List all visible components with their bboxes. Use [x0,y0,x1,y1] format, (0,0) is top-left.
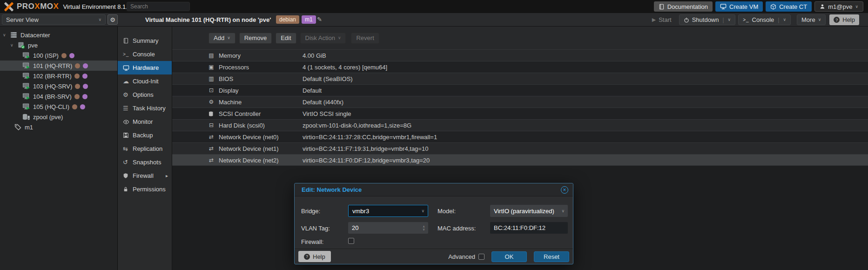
table-row-hard-disk[interactable]: ⊟ Hard Disk (scsi0) zpool:vm-101-disk-0,… [172,119,868,131]
table-row-net2[interactable]: ⇄ Network Device (net2) virtio=BC:24:11:… [172,154,868,166]
edit-button[interactable]: Edit [276,33,296,44]
menu-item-snapshots[interactable]: ↺ Snapshots [118,155,172,169]
menu-item-console[interactable]: >_ Console [118,47,172,61]
tree-item-vm-104[interactable]: 104 (BR-SRV) [0,91,117,101]
advanced-label: Advanced [448,253,475,260]
expand-caret-icon[interactable]: ∨ [3,33,10,37]
close-icon[interactable]: ✕ [561,186,568,194]
menu-item-summary[interactable]: Summary [118,34,172,47]
tag-dot-m1 [69,53,74,58]
firewall-label: Firewall: [301,238,323,245]
dialog-header[interactable]: Edit: Network Device ✕ [295,183,573,196]
lock-icon [123,186,133,192]
menu-item-hardware[interactable]: Hardware [118,61,172,74]
chevron-down-icon[interactable]: ∨ [421,209,424,213]
model-combobox[interactable]: ∨ [490,205,568,217]
model-input[interactable] [494,208,564,215]
menu-item-options[interactable]: ⚙ Options [118,88,172,101]
tag-dot-m1 [83,63,88,68]
create-ct-button[interactable]: Create CT [766,1,812,12]
eye-icon [123,119,133,125]
bridge-combobox[interactable]: ∨ [348,205,428,217]
edit-tags-pencil-icon[interactable]: ✎ [317,16,322,23]
tree-item-vm-100[interactable]: 100 (ISP) [0,50,117,61]
tag-dot-m1 [82,74,87,79]
table-row-display[interactable]: ⊡ Display Default [172,84,868,96]
menu-item-monitor[interactable]: Monitor [118,115,172,128]
console-button[interactable]: >_ Console | ∨ [738,14,791,25]
view-settings-button[interactable]: ⚙ [108,14,118,25]
user-menu-button[interactable]: m1@pve ∨ [814,1,863,12]
reset-button[interactable]: Reset [534,251,569,262]
add-button[interactable]: Add ∨ [209,33,236,44]
vlan-tag-spinner[interactable]: ∧∨ [348,222,428,234]
chevron-down-icon[interactable]: ∨ [728,18,731,22]
menu-item-backup[interactable]: Backup [118,128,172,142]
tree-item-tag-m1[interactable]: m1 [0,122,117,132]
tag-m1: m1 [302,15,316,24]
tree-item-storage-zpool[interactable]: zpool (pve) [0,112,117,122]
cube-icon [770,4,776,10]
mac-address-label: MAC address: [437,225,476,232]
firewall-checkbox[interactable] [348,238,354,244]
question-icon: ? [304,254,310,260]
create-vm-button[interactable]: Create VM [715,1,763,12]
shield-icon [123,173,133,179]
brand-wordmark: PROXMOX [17,2,59,11]
table-row-net0[interactable]: ⇄ Network Device (net0) virtio=BC:24:11:… [172,131,868,142]
dialog-title: Edit: Network Device [302,186,362,193]
terminal-icon: >_ [743,17,749,22]
network-icon: ⇄ [207,131,216,142]
monitor-icon [123,65,133,71]
vlan-tag-input[interactable] [352,224,424,231]
more-button[interactable]: More ∨ [797,14,826,25]
start-button[interactable]: ▶ Start [648,14,676,25]
expand-caret-icon[interactable]: ∨ [10,43,17,47]
tree-item-vm-105[interactable]: 105 (HQ-CLI) [0,101,117,112]
table-row-bios[interactable]: ▥ BIOS Default (SeaBIOS) [172,73,868,84]
table-row-machine[interactable]: ⚙ Machine Default (i440fx) [172,96,868,108]
remove-button[interactable]: Remove [239,33,272,44]
advanced-checkbox[interactable] [478,254,484,260]
spinner-arrows[interactable]: ∧∨ [423,225,425,230]
tag-dot-debian [75,84,80,89]
list-icon: ☰ [123,105,133,112]
vm-icon [22,52,30,59]
tree-item-datacenter[interactable]: ∨ Datacenter [0,30,117,40]
chevron-down-icon[interactable]: ∨ [423,228,425,231]
ok-button[interactable]: OK [491,251,527,262]
bridge-label: Bridge: [301,208,320,215]
bridge-input[interactable] [352,208,424,215]
chevron-down-icon[interactable]: ∨ [561,209,565,213]
hardware-table: ▤ Memory 4.00 GiB ▣ Processors 4 (1 sock… [172,49,868,166]
book-icon [123,38,133,44]
menu-item-cloud-init[interactable]: ☁ Cloud-Init [118,74,172,88]
menu-item-replication[interactable]: ⇆ Replication [118,142,172,155]
table-row-scsi-controller[interactable]: SCSI Controller VirtIO SCSI single [172,108,868,119]
page-title: Virtual Machine 101 (HQ-RTR) on node 'pv… [145,13,271,26]
chevron-down-icon[interactable]: ∨ [783,18,786,22]
gear-icon: ⚙ [123,91,133,98]
shutdown-button[interactable]: Shutdown | ∨ [679,14,736,25]
table-row-net1[interactable]: ⇄ Network Device (net1) virtio=BC:24:11:… [172,142,868,154]
view-selector-dropdown[interactable]: Server View ∨ [2,14,106,25]
datacenter-icon [10,31,18,39]
chevron-down-icon: ∨ [227,36,230,40]
menu-item-task-history[interactable]: ☰ Task History [118,101,172,115]
vm-icon [22,62,30,69]
mac-address-field[interactable] [490,222,568,234]
dialog-help-button[interactable]: ? Help [298,251,331,262]
mac-address-input[interactable] [494,224,564,231]
table-row-memory[interactable]: ▤ Memory 4.00 GiB [172,49,868,61]
search-input[interactable] [127,2,190,11]
tree-item-vm-102[interactable]: 102 (BR-RTR) [0,71,117,81]
documentation-button[interactable]: Documentation [654,1,713,12]
chevron-down-icon: ∨ [818,18,821,22]
menu-item-firewall[interactable]: Firewall ▸ [118,169,172,182]
tree-item-vm-103[interactable]: 103 (HQ-SRV) [0,81,117,91]
menu-item-permissions[interactable]: Permissions [118,182,172,196]
tree-item-node-pve[interactable]: ∨ pve [0,40,117,50]
tree-item-vm-101[interactable]: 101 (HQ-RTR) [0,61,117,71]
table-row-processors[interactable]: ▣ Processors 4 (1 sockets, 4 cores) [qem… [172,61,868,73]
help-button[interactable]: ? Help [829,14,859,25]
